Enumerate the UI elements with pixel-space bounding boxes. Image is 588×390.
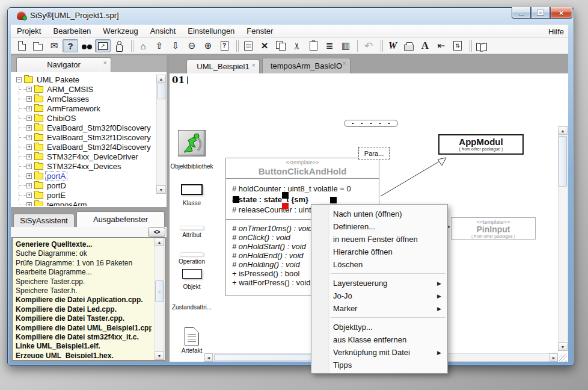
class-pin-input[interactable]: <<template>> PinInput ( from other packa… bbox=[451, 217, 536, 240]
scrollbar-thumb[interactable]: ≡ bbox=[155, 280, 164, 302]
scroll-down-icon[interactable]: ▼ bbox=[156, 185, 166, 194]
navigate-up-icon[interactable]: ⇧ bbox=[152, 39, 167, 52]
tree-expand-icon[interactable]: + bbox=[26, 144, 32, 150]
selection-handle[interactable] bbox=[233, 196, 239, 203]
tree-expand-icon[interactable]: + bbox=[26, 202, 32, 206]
zoom-out-icon[interactable]: ⊖ bbox=[184, 39, 200, 52]
help-icon[interactable]: ? bbox=[63, 39, 78, 52]
tree-item[interactable]: + STM32F4xx_Devices bbox=[26, 161, 154, 171]
close-button[interactable]: × bbox=[550, 7, 572, 19]
delete-icon[interactable]: × bbox=[257, 39, 272, 52]
tree-expand-icon[interactable]: + bbox=[26, 135, 32, 140]
tree-item[interactable]: + ChibiOS bbox=[26, 113, 154, 123]
tree-expand-icon[interactable]: + bbox=[26, 125, 32, 131]
scrollbar-thumb[interactable] bbox=[157, 84, 165, 99]
tree-item[interactable]: + EvalBoard_Stm32f4Discovery bbox=[26, 142, 154, 152]
tree-item[interactable]: + STM32F4xx_DeviceDriver bbox=[26, 152, 154, 161]
dots-handle[interactable] bbox=[344, 120, 398, 127]
mail-icon[interactable]: ✉ bbox=[46, 39, 62, 52]
tree-item[interactable]: + portE bbox=[26, 190, 154, 200]
tree-expand-icon[interactable]: + bbox=[26, 116, 32, 121]
menu-item[interactable]: Bearbeiten bbox=[47, 25, 97, 37]
tree-item[interactable]: + EvalBoard_Stm32f1Discovery bbox=[26, 132, 154, 142]
cut-icon[interactable]: ✂ bbox=[289, 39, 305, 52]
tree-expand-icon[interactable]: + bbox=[26, 154, 32, 159]
zoom-window-icon[interactable]: ↗ bbox=[95, 39, 111, 52]
tab-ausgabefenster[interactable]: Ausgabefenster bbox=[76, 211, 165, 227]
open-folder-icon[interactable] bbox=[30, 39, 46, 52]
print-icon[interactable] bbox=[401, 39, 417, 52]
close-panel-icon[interactable]: × bbox=[103, 58, 107, 67]
book-icon[interactable] bbox=[474, 39, 489, 52]
zoom-in-icon[interactable]: ⊕ bbox=[200, 39, 216, 52]
tree-collapse-icon[interactable]: − bbox=[16, 77, 22, 82]
tree-item[interactable]: + ARM_CMSIS bbox=[26, 84, 154, 94]
tree-item[interactable]: + ArmClasses bbox=[26, 94, 154, 104]
menu-item[interactable]: Werkzeug bbox=[97, 25, 144, 37]
undo-icon[interactable]: ↶ bbox=[361, 39, 376, 52]
document-help-icon[interactable]: ? bbox=[216, 39, 232, 52]
copy-icon[interactable] bbox=[273, 39, 289, 52]
tree-item[interactable]: + portD bbox=[26, 181, 154, 190]
tree-expand-icon[interactable]: + bbox=[26, 193, 32, 198]
menu-item[interactable]: Ansicht bbox=[144, 25, 182, 37]
close-tab-icon[interactable]: × bbox=[343, 59, 346, 67]
import-list-icon[interactable]: ⇤ bbox=[433, 39, 449, 52]
word-export-icon[interactable]: W bbox=[385, 39, 400, 52]
selection-handle[interactable] bbox=[330, 197, 337, 203]
menu-item[interactable]: Projekt bbox=[11, 25, 47, 37]
refresh-icon[interactable]: ⇅ bbox=[450, 39, 465, 52]
close-tab-icon[interactable]: × bbox=[252, 61, 256, 69]
context-menu-item[interactable]: Jo-Jo ▶ bbox=[311, 289, 447, 302]
expand-output-button[interactable]: <> bbox=[148, 228, 165, 237]
tree-item[interactable]: + EvalBoard_Stm32f0Discovery bbox=[26, 123, 154, 132]
new-document-icon[interactable] bbox=[14, 39, 29, 52]
context-menu-item[interactable]: Definieren... bbox=[311, 220, 447, 233]
tab-temposarm-basicio[interactable]: temposArm_BasicIO × bbox=[262, 58, 351, 73]
scroll-up-icon[interactable]: ▲ bbox=[155, 238, 164, 246]
tab-navigator[interactable]: Navigator × bbox=[16, 57, 111, 72]
tree-item-root[interactable]: − UML Pakete bbox=[12, 75, 154, 84]
scroll-up-icon[interactable]: ▲ bbox=[156, 75, 166, 83]
font-icon[interactable]: A bbox=[417, 39, 433, 52]
minimize-button[interactable] bbox=[512, 7, 531, 19]
tree-item[interactable]: + temposArm bbox=[26, 200, 154, 206]
context-menu-item[interactable]: Objekttyp... bbox=[311, 321, 447, 333]
tree-expand-icon[interactable]: + bbox=[26, 164, 32, 169]
person-icon[interactable] bbox=[111, 39, 127, 52]
context-menu-item[interactable]: Nach unten (öffnen) bbox=[311, 208, 447, 220]
tree-expand-icon[interactable]: + bbox=[26, 87, 32, 92]
context-menu-item[interactable]: Löschen bbox=[311, 258, 447, 271]
tree-expand-icon[interactable]: + bbox=[26, 173, 32, 179]
selection-handle[interactable] bbox=[282, 192, 289, 199]
properties-icon[interactable] bbox=[240, 39, 256, 52]
menu-item-help[interactable]: Hilfe bbox=[540, 25, 572, 38]
home-icon[interactable]: ⌂ bbox=[135, 39, 151, 52]
menu-item[interactable]: Einstellungen bbox=[182, 25, 240, 37]
maximize-button[interactable] bbox=[531, 7, 550, 19]
scroll-down-icon[interactable]: ▼ bbox=[155, 351, 164, 360]
context-menu-item[interactable]: Layersteuerung ▶ bbox=[311, 277, 447, 289]
tree-expand-icon[interactable]: + bbox=[26, 183, 32, 188]
table-icon[interactable]: ▥ bbox=[338, 39, 354, 52]
tree-item[interactable]: + portA bbox=[26, 171, 154, 181]
context-menu-item[interactable]: aus Klasse entfernen bbox=[311, 333, 447, 346]
class-app-modul[interactable]: AppModul ( from other packague ) bbox=[438, 134, 524, 155]
context-menu-item[interactable]: Verknüpfung mit Datei ▶ bbox=[311, 346, 447, 359]
context-menu-item[interactable]: Hierarchie öffnen bbox=[311, 246, 447, 258]
search-binoculars-icon[interactable] bbox=[79, 39, 94, 52]
tree-expand-icon[interactable]: + bbox=[26, 106, 32, 111]
attribute-row[interactable]: # state : state_t {sm} bbox=[232, 194, 379, 205]
attribute-row[interactable]: # holdCounter : uint8_t volatile = 0 bbox=[232, 184, 379, 194]
paste-icon[interactable] bbox=[305, 39, 321, 52]
tree-expand-icon[interactable]: + bbox=[26, 96, 32, 102]
tab-sisy-assistent[interactable]: SiSyAssistent bbox=[13, 214, 75, 227]
selection-handle-active[interactable] bbox=[282, 203, 289, 209]
tree-item[interactable]: + ArmFramework bbox=[26, 104, 154, 113]
menu-item[interactable]: Fenster bbox=[240, 25, 279, 37]
context-menu-item[interactable]: Marker ▶ bbox=[311, 302, 447, 315]
navigate-down-icon[interactable]: ⇩ bbox=[168, 39, 183, 52]
context-menu-item[interactable]: in neuem Fenster öffnen bbox=[311, 233, 447, 246]
context-menu-item[interactable]: Tipps bbox=[311, 359, 447, 371]
tab-uml-beispiel1[interactable]: UML_Beispiel1 × bbox=[186, 60, 260, 73]
